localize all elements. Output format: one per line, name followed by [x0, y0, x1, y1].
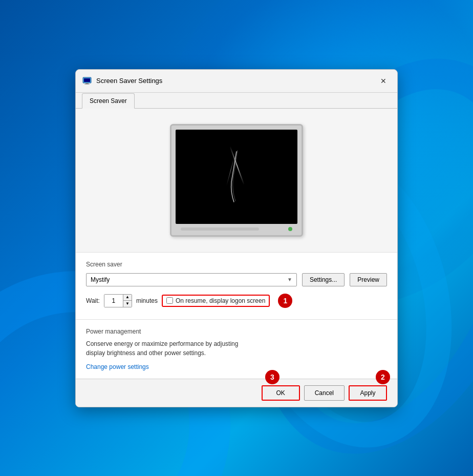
- settings-button[interactable]: Settings...: [302, 273, 345, 286]
- preview-section: [76, 109, 397, 252]
- monitor-led: [288, 227, 292, 231]
- apply-button[interactable]: Apply: [349, 385, 387, 401]
- power-management-section: Power management Conserve energy or maxi…: [76, 319, 397, 379]
- screen-saver-dialog: Screen Saver Settings ✕ Screen Saver: [75, 69, 398, 407]
- ok-button[interactable]: OK: [262, 385, 300, 401]
- cancel-button[interactable]: Cancel: [304, 385, 345, 401]
- svg-rect-3: [84, 84, 90, 85]
- badge-1: 1: [278, 294, 292, 308]
- minutes-label: minutes: [136, 297, 158, 304]
- svg-rect-1: [84, 78, 90, 82]
- resume-logon-label: On resume, display logon screen: [176, 297, 265, 304]
- badge-3: 3: [265, 370, 280, 384]
- dialog-footer: 3 2 OK Cancel Apply: [76, 379, 397, 407]
- screen-saver-settings-section: Screen saver Mystify ▼ Settings... Previ…: [76, 252, 397, 319]
- dialog-title: Screen Saver Settings: [96, 77, 162, 85]
- monitor-base: [181, 227, 259, 231]
- tab-screen-saver[interactable]: Screen Saver: [82, 93, 135, 109]
- spin-buttons: ▲ ▼: [123, 295, 132, 307]
- spin-up-button[interactable]: ▲: [123, 295, 132, 301]
- screen-saver-label: Screen saver: [86, 261, 387, 268]
- power-management-title: Power management: [86, 328, 387, 335]
- resume-logon-checkbox[interactable]: [166, 297, 173, 304]
- resume-checkbox-area: On resume, display logon screen: [162, 295, 270, 307]
- mystify-svg: [176, 130, 297, 224]
- screen-saver-dropdown-value: Mystify: [91, 276, 110, 283]
- badge-2: 2: [376, 370, 390, 384]
- monitor-screen: [176, 130, 297, 224]
- monitor-frame: [170, 124, 303, 237]
- power-management-description: Conserve energy or maximize performance …: [86, 339, 387, 358]
- svg-rect-2: [85, 83, 89, 84]
- dialog-icon: [82, 76, 92, 86]
- wait-input[interactable]: [104, 295, 123, 307]
- change-power-settings-link[interactable]: Change power settings: [86, 363, 149, 370]
- dialog-body: Screen saver Mystify ▼ Settings... Previ…: [76, 109, 397, 379]
- spin-down-button[interactable]: ▼: [123, 301, 132, 307]
- wait-row: Wait: ▲ ▼ minutes On resume, display log…: [86, 294, 387, 308]
- title-bar: Screen Saver Settings ✕: [76, 70, 397, 93]
- screen-saver-dropdown[interactable]: Mystify ▼: [86, 273, 297, 286]
- preview-button[interactable]: Preview: [350, 273, 387, 286]
- tab-strip: Screen Saver: [76, 93, 397, 109]
- wait-input-group: ▲ ▼: [104, 294, 132, 307]
- close-button[interactable]: ✕: [376, 75, 391, 87]
- screen-saver-row: Mystify ▼ Settings... Preview: [86, 273, 387, 286]
- title-bar-left: Screen Saver Settings: [82, 76, 162, 86]
- wait-label: Wait:: [86, 297, 100, 304]
- chevron-down-icon: ▼: [287, 277, 292, 282]
- monitor-stand: [176, 224, 297, 231]
